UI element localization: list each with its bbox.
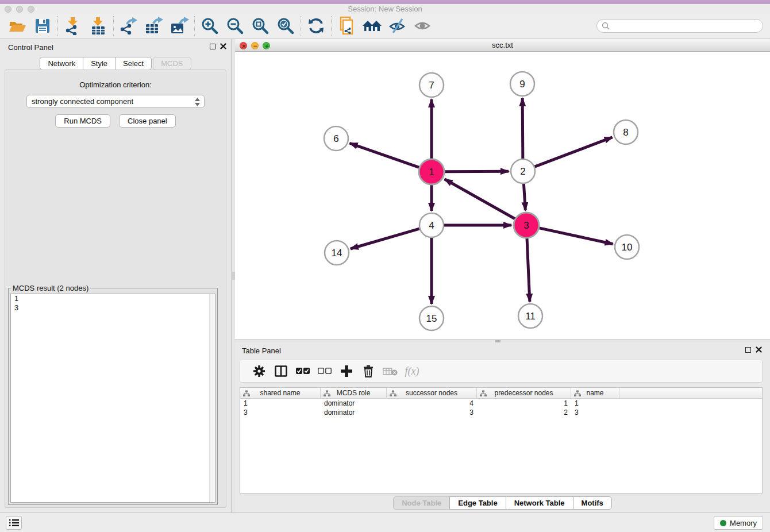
tab-mcds[interactable]: MCDS — [153, 57, 191, 70]
edge-2-3[interactable] — [523, 184, 525, 210]
export-image-button[interactable] — [167, 15, 192, 37]
toolbar-separator — [57, 16, 58, 36]
export-network-button[interactable] — [116, 15, 141, 37]
table-cell[interactable]: 3 — [387, 408, 477, 417]
table-settings-button[interactable] — [248, 361, 270, 381]
table-cell[interactable]: 4 — [387, 399, 477, 408]
column-header-MCDS-role[interactable]: MCDS role — [321, 388, 387, 398]
home-button[interactable] — [359, 15, 384, 37]
criterion-select[interactable]: strongly connected component — [26, 95, 205, 108]
column-header-successor-nodes[interactable]: successor nodes — [387, 388, 477, 398]
table-cell[interactable]: 3 — [240, 408, 321, 417]
table-cell[interactable]: 2 — [477, 408, 571, 417]
edge-4-14[interactable] — [351, 229, 419, 249]
column-layout-button[interactable] — [270, 361, 292, 381]
edge-2-9[interactable] — [522, 98, 523, 159]
node-11[interactable]: 11 — [518, 304, 542, 328]
zoom-out-button[interactable] — [222, 15, 248, 37]
node-15[interactable]: 15 — [419, 306, 444, 330]
plus-icon — [341, 365, 352, 377]
edge-2-8[interactable] — [535, 137, 613, 167]
node-14[interactable]: 14 — [325, 241, 349, 265]
export-table-button[interactable] — [141, 15, 167, 37]
edge-1-2[interactable] — [445, 171, 509, 172]
close-panel-icon[interactable] — [220, 43, 226, 49]
main-window: Session: New Session — [0, 4, 770, 532]
tab-select[interactable]: Select — [115, 57, 152, 70]
gear-icon — [253, 365, 265, 377]
tab-node-table[interactable]: Node Table — [393, 496, 450, 510]
column-layout-icon — [275, 365, 287, 377]
tab-network-table[interactable]: Network Table — [506, 496, 573, 510]
node-4[interactable]: 4 — [419, 213, 444, 237]
search-input[interactable] — [613, 22, 758, 30]
table-cell[interactable]: 1 — [571, 399, 619, 408]
mcds-result-lines: 13 — [11, 294, 215, 313]
apply-layout-button[interactable] — [303, 15, 329, 37]
node-2[interactable]: 2 — [511, 159, 535, 183]
node-6[interactable]: 6 — [324, 126, 348, 151]
search-field[interactable] — [596, 19, 763, 33]
node-8[interactable]: 8 — [614, 120, 638, 144]
edge-1-6[interactable] — [350, 143, 419, 167]
hide-selected-button[interactable] — [384, 15, 410, 37]
delete-column-button[interactable] — [357, 361, 379, 381]
import-network-button[interactable] — [60, 15, 86, 37]
memory-button[interactable]: Memory — [714, 516, 763, 530]
column-header-predecessor-nodes[interactable]: predecessor nodes — [477, 388, 571, 398]
float-table-panel-icon[interactable] — [745, 347, 751, 353]
network-file-button[interactable] — [334, 15, 359, 37]
app-titlebar[interactable]: Session: New Session — [0, 4, 770, 14]
mcds-result-text[interactable]: 13 — [10, 294, 215, 503]
network-canvas[interactable]: 7968124314101511 — [235, 52, 770, 339]
deselect-all-columns-button[interactable] — [314, 361, 336, 381]
zoom-in-button[interactable] — [197, 15, 222, 37]
open-session-button[interactable] — [5, 15, 30, 37]
run-mcds-button[interactable]: Run MCDS — [55, 114, 110, 128]
stepper-icon — [195, 98, 200, 106]
table-cell[interactable]: 1 — [240, 399, 321, 408]
table-cell[interactable]: dominator — [321, 408, 387, 417]
table-row[interactable]: 1dominator411 — [240, 399, 762, 408]
export-image-icon — [170, 17, 189, 35]
node-7[interactable]: 7 — [419, 73, 444, 97]
toolbar-separator — [301, 16, 301, 36]
result-scrollbar[interactable] — [209, 294, 215, 502]
import-table-button[interactable] — [86, 15, 111, 37]
home-icon — [361, 18, 382, 34]
close-panel-button[interactable]: Close panel — [119, 114, 176, 128]
zoom-fit-button[interactable] — [248, 15, 273, 37]
add-column-button[interactable] — [336, 361, 357, 381]
save-session-button[interactable] — [30, 15, 55, 37]
result-line: 1 — [11, 294, 215, 303]
network-graph[interactable]: 7968124314101511 — [235, 52, 770, 339]
column-header-name[interactable]: name — [571, 388, 619, 398]
close-table-panel-icon[interactable] — [756, 346, 762, 353]
node-3[interactable]: 3 — [514, 213, 539, 238]
zoom-selected-button[interactable] — [273, 15, 298, 37]
edge-3-10[interactable] — [539, 228, 613, 244]
tab-network[interactable]: Network — [40, 57, 83, 70]
task-history-button[interactable] — [6, 516, 22, 530]
node-9[interactable]: 9 — [510, 72, 534, 96]
tab-style[interactable]: Style — [83, 57, 116, 70]
table-cell[interactable]: 3 — [571, 408, 619, 417]
node-1[interactable]: 1 — [419, 159, 444, 184]
tab-motifs[interactable]: Motifs — [573, 496, 612, 510]
node-10[interactable]: 10 — [615, 235, 639, 259]
criterion-selected-value: strongly connected component — [32, 97, 133, 106]
float-panel-icon[interactable] — [210, 44, 215, 49]
network-window-titlebar[interactable]: scc.txt — [235, 39, 770, 52]
tab-edge-table[interactable]: Edge Table — [449, 496, 506, 510]
select-all-columns-button[interactable] — [292, 361, 314, 381]
table-cell[interactable]: 1 — [477, 399, 571, 408]
list-icon — [9, 519, 19, 527]
main-toolbar — [0, 14, 770, 38]
show-all-button[interactable] — [410, 15, 435, 37]
table-cell[interactable]: dominator — [321, 399, 387, 408]
edge-3-11[interactable] — [527, 238, 530, 302]
column-header-shared-name[interactable]: shared name — [240, 388, 321, 398]
table-row[interactable]: 3dominator323 — [240, 408, 762, 417]
edge-3-1[interactable] — [445, 179, 515, 219]
node-label: 3 — [523, 220, 529, 231]
